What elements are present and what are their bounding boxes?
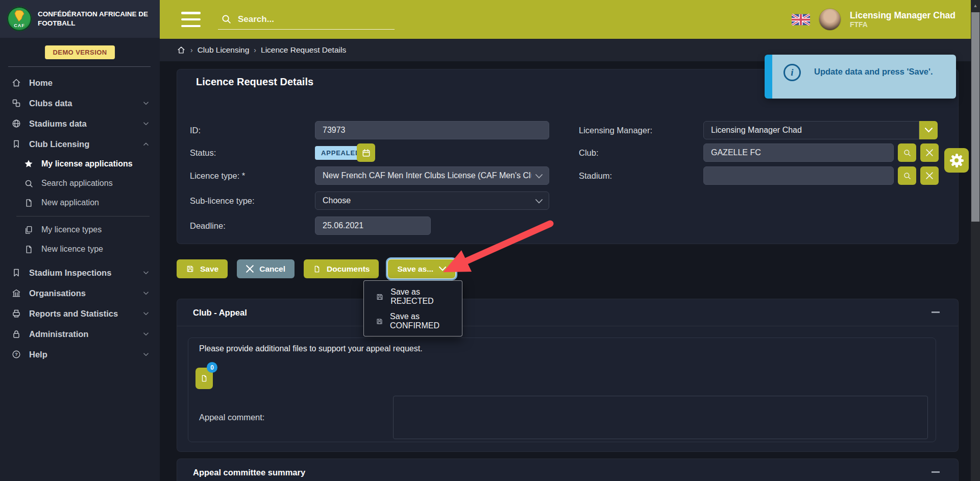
cancel-button[interactable]: Cancel	[237, 259, 295, 278]
home-icon[interactable]	[177, 45, 186, 55]
sidebar-item-reports-and-statistics[interactable]: Reports and Statistics	[0, 303, 160, 324]
club-field[interactable]: GAZELLE FC	[703, 143, 894, 162]
status-history-button[interactable]	[357, 143, 375, 162]
page-scrollbar[interactable]: ▲	[971, 0, 980, 481]
caf-logo-text: CAF	[14, 23, 25, 28]
search-input[interactable]	[238, 14, 393, 25]
search-icon	[221, 14, 232, 25]
save-as-button[interactable]: Save as...	[388, 259, 455, 278]
sidebar-item-my-licence-types[interactable]: My licence types	[0, 220, 160, 239]
topbar: Licensing Manager Chad FTFA	[160, 0, 971, 39]
chevron-down-icon	[439, 267, 446, 271]
sidebar-item-label: My licence types	[41, 225, 151, 234]
sidebar-item-my-license-applications[interactable]: My license applications	[0, 154, 160, 174]
sidebar-item-clubs-data[interactable]: Clubs data	[0, 93, 160, 113]
breadcrumb-club-licensing[interactable]: Club Licensing	[198, 45, 250, 55]
sidebar-item-administration[interactable]: Administration	[0, 324, 160, 344]
licensing-manager-select[interactable]: Licensing Manager Chad	[703, 121, 919, 139]
home-icon	[11, 78, 21, 88]
id-label: ID:	[190, 121, 201, 139]
caf-logo: CAF	[7, 7, 32, 31]
stadium-field[interactable]	[703, 166, 894, 185]
scrollbar-thumb[interactable]	[971, 12, 979, 222]
copy-icon	[23, 225, 34, 235]
sidebar-item-label: Home	[29, 78, 151, 88]
deadline-field[interactable]: 25.06.2021	[315, 217, 431, 235]
deadline-label: Deadline:	[190, 217, 226, 235]
chevron-down-icon	[141, 309, 151, 318]
sidebar-item-label: Organisations	[29, 288, 134, 298]
printer-icon	[11, 308, 21, 319]
scroll-up-arrow[interactable]: ▲	[971, 3, 980, 8]
svg-text:?: ?	[15, 351, 18, 357]
appeal-instruction: Please provide additional files to suppo…	[199, 344, 423, 353]
menu-toggle-button[interactable]	[181, 12, 201, 27]
building-icon	[11, 288, 21, 298]
file-icon	[313, 265, 321, 273]
info-icon: i	[783, 64, 801, 81]
uk-flag-icon[interactable]	[792, 14, 810, 26]
file-icon	[200, 374, 208, 383]
sidebar-item-search-applications[interactable]: Search applications	[0, 174, 160, 193]
sub-licence-type-select[interactable]: Choose	[315, 191, 549, 210]
sidebar-item-home[interactable]: Home	[0, 73, 160, 93]
app-window: CAF CONFÉDÉRATION AFRICAINE DE FOOTBALL …	[0, 0, 980, 481]
appeal-comment-textarea[interactable]	[393, 396, 928, 439]
collapse-icon[interactable]	[932, 311, 940, 313]
search-icon	[903, 149, 912, 157]
club-search-button[interactable]	[898, 143, 916, 162]
menu-item-save-as-rejected[interactable]: Save as REJECTED	[364, 284, 462, 309]
save-button[interactable]: Save	[177, 259, 228, 278]
sidebar-item-club-licensing[interactable]: Club Licensing	[0, 134, 160, 154]
stadium-clear-button[interactable]	[920, 166, 939, 185]
demo-version-badge: DEMO VERSION	[45, 45, 115, 59]
settings-button[interactable]	[944, 148, 969, 173]
breadcrumb-separator: ›	[190, 46, 193, 54]
sidebar-item-new-licence-type[interactable]: New licence type	[0, 239, 160, 259]
stadium-search-button[interactable]	[898, 166, 916, 185]
licensing-manager-label: Licensing Manager:	[579, 121, 652, 139]
sidebar: CAF CONFÉDÉRATION AFRICAINE DE FOOTBALL …	[0, 0, 160, 481]
user-organisation: FTFA	[850, 20, 955, 29]
club-appeal-header: Club - Appeal	[193, 308, 247, 318]
collapse-icon[interactable]	[932, 471, 940, 473]
sidebar-item-label: New application	[41, 198, 151, 207]
sidebar-item-label: New licence type	[41, 245, 151, 254]
licence-type-select[interactable]: New French CAF Men Inter Clubs License (…	[315, 166, 549, 185]
help-icon: ?	[11, 349, 21, 359]
club-label: Club:	[579, 143, 599, 162]
user-info[interactable]: Licensing Manager Chad FTFA	[850, 10, 955, 29]
licence-type-label: Licence type: *	[190, 166, 245, 185]
global-search	[218, 10, 395, 30]
globe-icon	[11, 118, 21, 129]
appeal-comment-label: Appeal comment:	[199, 413, 264, 422]
save-icon	[376, 293, 384, 301]
sidebar-item-stadium-inspections[interactable]: Stadium Inspections	[0, 262, 160, 283]
save-as-menu: Save as REJECTED Save as CONFIRMED	[363, 280, 462, 336]
sidebar-item-stadiums-data[interactable]: Stadiums data	[0, 113, 160, 134]
club-clear-button[interactable]	[920, 143, 939, 162]
sidebar-item-help[interactable]: ? Help	[0, 344, 160, 365]
sidebar-item-organisations[interactable]: Organisations	[0, 283, 160, 303]
page-title: Licence Request Details	[196, 76, 313, 88]
id-field[interactable]: 73973	[315, 121, 549, 139]
licensing-manager-dropdown-button[interactable]	[919, 121, 938, 139]
sidebar-item-label: Stadiums data	[29, 119, 134, 129]
sidebar-item-label: Stadium Inspections	[29, 268, 134, 278]
info-toast[interactable]: i Update data and press 'Save'.	[765, 55, 956, 99]
stadium-label: Stadium:	[579, 166, 612, 185]
sidebar-item-new-application[interactable]: New application	[0, 193, 160, 212]
documents-button[interactable]: Documents	[304, 259, 379, 278]
topbar-user-area: Licensing Manager Chad FTFA	[792, 0, 955, 39]
menu-item-save-as-confirmed[interactable]: Save as CONFIRMED	[364, 309, 462, 333]
sidebar-header: CAF CONFÉDÉRATION AFRICAINE DE FOOTBALL	[0, 0, 160, 38]
club-appeal-panel: Club - Appeal Please provide additional …	[177, 299, 959, 452]
file-icon	[23, 198, 34, 208]
sidebar-item-label: Club Licensing	[29, 139, 134, 149]
calendar-icon	[361, 148, 371, 158]
toast-message: Update data and press 'Save'.	[814, 64, 933, 77]
sidebar-item-label: Search applications	[41, 179, 151, 188]
user-avatar[interactable]	[819, 9, 841, 30]
sidebar-divider	[8, 66, 151, 67]
lock-icon	[11, 329, 21, 339]
